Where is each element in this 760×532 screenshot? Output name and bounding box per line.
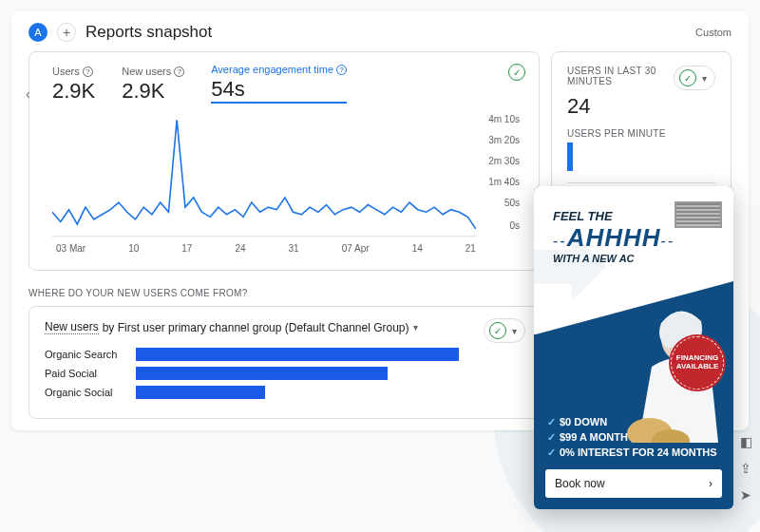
realtime-label: USERS IN LAST 30 MINUTES: [567, 66, 674, 86]
share-icon[interactable]: ⇪: [737, 460, 754, 477]
bookmark-icon[interactable]: ◧: [737, 433, 754, 450]
help-icon[interactable]: ?: [83, 66, 93, 77]
ad-headline-2: AHHHH: [567, 223, 661, 252]
metric-engagement[interactable]: Average engagement time? 54s: [211, 62, 347, 104]
book-now-button[interactable]: Book now›: [545, 469, 722, 498]
side-rail: ◧ ⇪ ➤: [737, 433, 754, 504]
financing-badge: FINANCING AVAILABLE: [671, 336, 724, 390]
engagement-chart: 4m 10s 3m 20s 2m 30s 1m 40s 50s 0s 03 Ma…: [52, 114, 523, 256]
x-axis-labels: 03 Mar 10 17 24 31 07 Apr 14 21: [52, 243, 523, 254]
channel-label: Organic Search: [45, 349, 128, 360]
channel-bars: Organic SearchPaid SocialOrganic Social: [45, 348, 523, 399]
check-icon: ✓: [508, 64, 525, 81]
ad-creative: FEEL THE --AHHHH-- WITH A NEW AC FINANCI…: [534, 186, 733, 509]
channel-label: Organic Social: [45, 387, 128, 398]
channel-label: Paid Social: [45, 368, 128, 379]
channel-bar-row: Organic Social: [45, 386, 523, 399]
realtime-value: 24: [567, 94, 715, 119]
per-minute-bar: [567, 142, 573, 171]
metric-new-users[interactable]: New users? 2.9K: [122, 66, 184, 104]
sources-card: ✓▾ New users by First user primary chann…: [28, 306, 540, 419]
vent-graphic-icon: [674, 201, 722, 228]
help-icon[interactable]: ?: [174, 66, 184, 77]
channel-bar-row: Paid Social: [45, 367, 523, 380]
realtime-menu[interactable]: ✓▾: [674, 66, 715, 90]
overview-card: ‹ ✓ Users? 2.9K New users? 2.9K Average …: [28, 51, 540, 271]
channel-bar: [136, 367, 388, 380]
metric-users[interactable]: Users? 2.9K: [52, 66, 95, 104]
channel-bar-row: Organic Search: [45, 348, 523, 361]
per-minute-label: USERS PER MINUTE: [567, 128, 715, 139]
help-icon[interactable]: ?: [336, 65, 347, 75]
channel-bar: [136, 386, 265, 399]
line-chart-svg: [52, 114, 476, 238]
account-badge[interactable]: A: [28, 23, 48, 42]
send-icon[interactable]: ➤: [737, 486, 754, 504]
ad-bullets: ✓$0 DOWN ✓$99 A MONTH ✓0% INTEREST FOR 2…: [547, 413, 717, 462]
chevron-left-icon[interactable]: ‹: [26, 86, 30, 102]
topbar: A + Reports snapshot Custom: [28, 23, 732, 42]
ad-headline-1: FEEL THE: [553, 209, 674, 223]
sources-menu[interactable]: ✓▾: [484, 318, 525, 343]
page-title: Reports snapshot: [86, 23, 212, 42]
metric-tabs: Users? 2.9K New users? 2.9K Average enga…: [52, 66, 523, 104]
channel-bar: [136, 348, 459, 361]
custom-link[interactable]: Custom: [695, 27, 732, 38]
sources-filter[interactable]: New users by First user primary channel …: [45, 320, 523, 334]
chevron-right-icon: ›: [709, 477, 712, 490]
add-button[interactable]: +: [57, 23, 76, 42]
ad-headline-3: WITH A NEW AC: [553, 253, 674, 264]
